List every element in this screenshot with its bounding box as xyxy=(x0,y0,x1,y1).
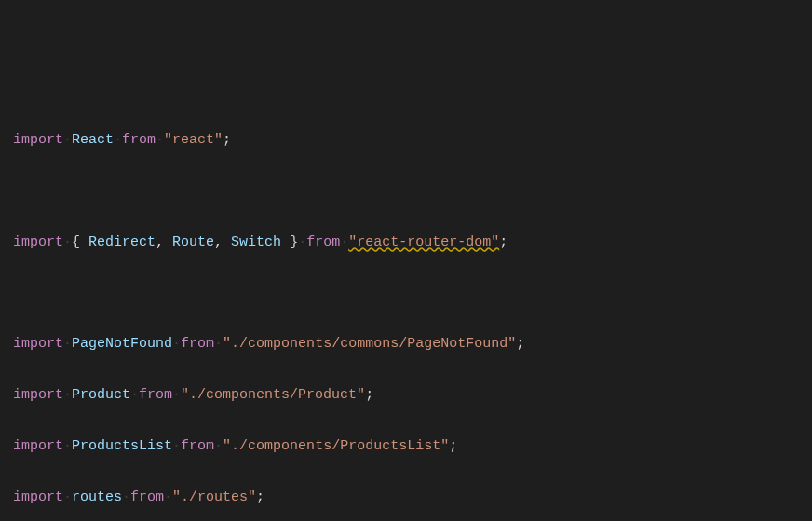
whitespace-dot: · xyxy=(63,127,72,153)
keyword-import: import xyxy=(13,127,63,153)
keyword-from: from xyxy=(122,127,156,153)
code-line[interactable]: import·Product·from·"./components/Produc… xyxy=(13,382,799,407)
string-literal: "react" xyxy=(164,127,223,153)
code-editor[interactable]: import·React·from·"react"; import·{ Redi… xyxy=(13,102,799,521)
identifier-react: React xyxy=(72,127,114,153)
code-line[interactable]: import·React·from·"react"; xyxy=(13,127,799,153)
semicolon: ; xyxy=(223,127,231,153)
code-line[interactable]: import·routes·from·"./routes"; xyxy=(13,485,799,510)
blank-line[interactable] xyxy=(13,280,799,305)
code-line[interactable]: import·ProductsList·from·"./components/P… xyxy=(13,434,799,459)
string-warn: "react-router-dom" xyxy=(348,230,499,255)
code-line[interactable]: import·{ Redirect, Route, Switch }·from·… xyxy=(13,230,799,255)
blank-line[interactable] xyxy=(13,179,799,204)
code-line[interactable]: import·PageNotFound·from·"./components/c… xyxy=(13,331,799,356)
